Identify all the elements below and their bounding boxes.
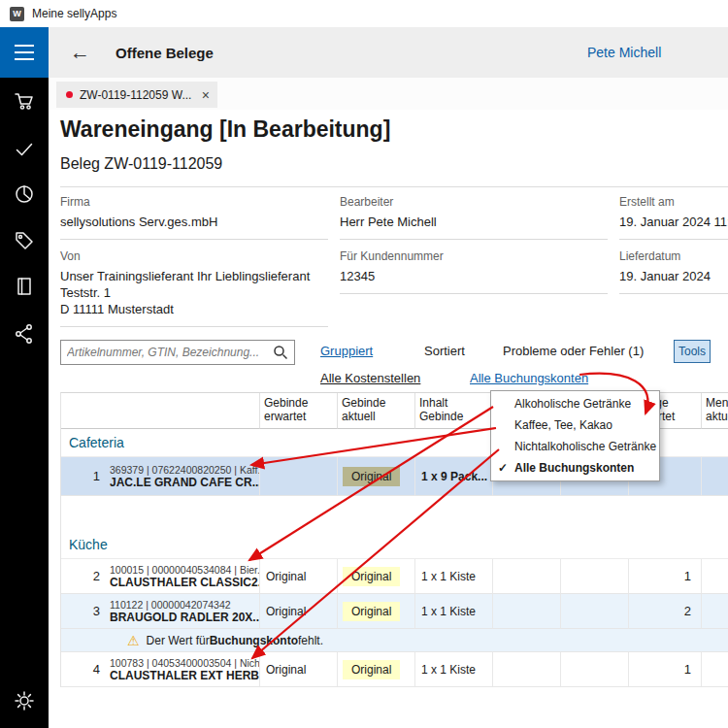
field-erstellt-am: Erstellt am 19. Januar 2024 11:20 (619, 195, 728, 240)
menu-button[interactable] (0, 27, 49, 78)
hamburger-icon (15, 45, 34, 47)
sidebar-item-pricing[interactable] (0, 219, 49, 262)
field-kundennummer: Für Kundennummer 12345 (340, 249, 608, 294)
article-code: 100783 | 04053400003504 | Nich... (110, 657, 259, 669)
window-titlebar: W Meine sellyApps (0, 0, 728, 27)
cart-icon (13, 89, 36, 113)
gebinde-badge: Original (343, 660, 400, 679)
buchungskonten-dropdown: Alkoholische Getränke Kaffee, Tee, Kakao… (490, 390, 660, 481)
article-name: CLAUSTHALER CLASSIC2... (110, 576, 259, 589)
unsaved-indicator-dot (66, 91, 73, 98)
search-icon[interactable] (273, 345, 288, 360)
article-name: JAC.LE GRAND CAFE CR... (110, 476, 259, 489)
tab-strip: ZW-0119-112059 W... × (49, 78, 728, 110)
article-name: CLAUSTHALER EXT HERB... (110, 669, 259, 682)
group-gap (61, 496, 728, 531)
field-firma: Firma sellysolutions Serv.ges.mbH (60, 195, 328, 240)
sidebar (0, 27, 49, 728)
table-row[interactable]: 3 110122 | 00000042074342 BRAUGOLD RADLE… (61, 594, 728, 629)
dropdown-item[interactable]: Nichtalkoholische Getränke (491, 436, 659, 457)
table-row[interactable]: 4 100783 | 04053400003504 | Nich... CLAU… (61, 652, 728, 687)
app-icon: W (10, 7, 24, 21)
settings-button[interactable] (0, 679, 49, 722)
tab-label: ZW-0119-112059 W... (80, 88, 191, 102)
gebinde-badge: Original (343, 567, 400, 586)
filter-sortiert[interactable]: Sortiert (424, 344, 465, 358)
divider (60, 186, 728, 187)
col-gebinde-erwartet: Gebinde erwartet (260, 393, 338, 429)
gear-icon (13, 689, 36, 712)
page-header: ← Offene Belege Pete Michell (49, 27, 728, 78)
gebinde-badge: Original (343, 467, 400, 486)
field-lieferdatum: Lieferdatum 19. Januar 2024 (619, 249, 728, 294)
filter-kostenstellen[interactable]: Alle Kostenstellen (320, 371, 420, 385)
document-subtitle: Beleg ZW-0119-112059 (60, 155, 222, 173)
journal-icon (13, 275, 36, 298)
article-code: 110122 | 00000042074342 (110, 599, 259, 611)
network-share-icon (13, 322, 36, 346)
search-input[interactable] (61, 346, 273, 359)
col-menge-aktuell: Menge aktuell (702, 393, 728, 429)
article-code: 100015 | 00000040534084 | Bier... (110, 564, 259, 576)
sidebar-item-journal[interactable] (0, 265, 49, 308)
pie-chart-icon (13, 182, 36, 206)
close-icon[interactable]: × (202, 87, 210, 103)
validation-warning: ⚠ Der Wert für Buchungskonto fehlt. (61, 629, 728, 652)
field-von: Von Unser Trainingslieferant Ihr Lieblin… (60, 249, 328, 327)
row-number: 2 (61, 569, 100, 583)
row-number: 3 (61, 604, 100, 618)
window-title: Meine sellyApps (32, 7, 116, 20)
app-window: { "window": { "title": "Meine sellyApps"… (0, 0, 728, 728)
sidebar-item-statistics[interactable] (0, 173, 49, 215)
check-icon: ✓ (498, 461, 508, 475)
col-inhalt-gebinde: Inhalt Gebinde (415, 393, 493, 429)
user-link[interactable]: Pete Michell (587, 45, 661, 60)
sidebar-item-cart[interactable] (0, 80, 49, 122)
page-title: Offene Belege (116, 45, 214, 61)
search-box (60, 340, 295, 365)
row-number: 1 (61, 469, 100, 483)
document-tab[interactable]: ZW-0119-112059 W... × (56, 82, 217, 108)
gebinde-badge: Original (343, 602, 400, 621)
check-icon (13, 138, 36, 161)
back-button[interactable]: ← (70, 41, 90, 64)
dropdown-item-selected[interactable]: ✓ Alle Buchungskonten (491, 457, 659, 479)
document-title: Wareneingang [In Bearbeitung] (60, 116, 390, 143)
col-artikel (61, 393, 260, 429)
article-name: BRAUGOLD RADLER 20X... (110, 611, 259, 624)
row-number: 4 (61, 662, 100, 677)
filter-gruppiert[interactable]: Gruppiert (320, 344, 373, 358)
sidebar-item-network[interactable] (0, 313, 49, 355)
field-bearbeiter: Bearbeiter Herr Pete Michell (340, 195, 608, 240)
warning-icon: ⚠ (127, 633, 140, 648)
filter-probleme[interactable]: Probleme oder Fehler (1) (503, 344, 644, 358)
article-code: 369379 | 07622400820250 | Kaff... (110, 464, 259, 476)
dropdown-item[interactable]: Kaffee, Tee, Kakao (491, 414, 659, 436)
tools-button[interactable]: Tools (674, 340, 711, 363)
filter-buchungskonten[interactable]: Alle Buchungskonten (470, 371, 588, 385)
col-gebinde-aktuell: Gebinde aktuell (338, 393, 415, 429)
dropdown-item[interactable]: Alkoholische Getränke (491, 393, 659, 414)
sidebar-item-tasks[interactable] (0, 128, 49, 171)
group-header-kueche[interactable]: Küche (61, 531, 728, 559)
price-tag-icon (13, 229, 36, 252)
table-row[interactable]: 2 100015 | 00000040534084 | Bier... CLAU… (61, 559, 728, 594)
